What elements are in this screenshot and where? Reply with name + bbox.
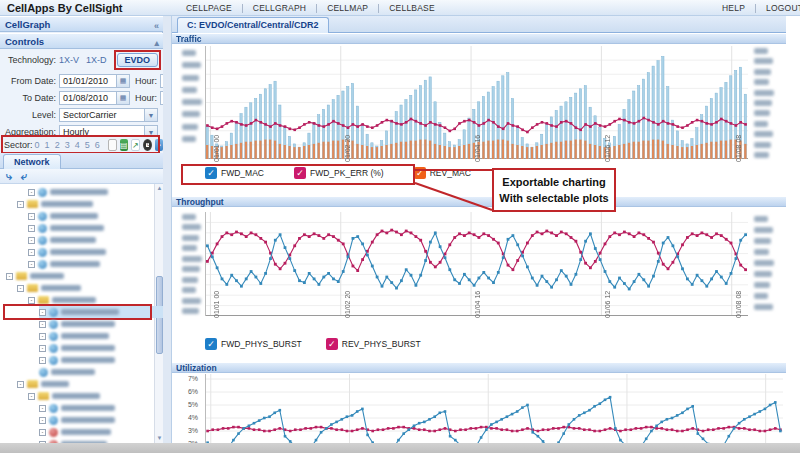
- tree-item[interactable]: -: [28, 294, 96, 306]
- sector-4[interactable]: 4: [75, 140, 80, 150]
- tree-item[interactable]: -: [28, 234, 96, 246]
- sector-2[interactable]: 2: [55, 140, 60, 150]
- tree-expander-icon[interactable]: -: [6, 273, 13, 280]
- tree-item[interactable]: -: [28, 390, 100, 402]
- legend-checkbox-icon[interactable]: ✓: [326, 338, 338, 350]
- globe-icon: [49, 404, 58, 413]
- nav-cellpage[interactable]: CELLPAGE: [176, 3, 242, 13]
- tree-item[interactable]: -: [17, 282, 81, 294]
- legend-item: ✓FWD_PHYS_BURST: [205, 338, 302, 350]
- select-all-checkbox-icon[interactable]: [108, 139, 117, 151]
- legend-checkbox-icon[interactable]: ✓: [294, 167, 306, 179]
- tree-expander-icon[interactable]: -: [28, 261, 35, 268]
- tree-item[interactable]: -: [17, 378, 69, 390]
- tree-item[interactable]: -: [39, 342, 115, 354]
- panel-splitter[interactable]: [163, 16, 172, 443]
- export-chart-icon[interactable]: ↗: [131, 139, 140, 151]
- nav-cellgraph[interactable]: CELLGRAPH: [243, 3, 316, 13]
- tab-evdo-cdr2[interactable]: C: EVDO/Central/Central/CDR2: [177, 17, 329, 33]
- tree-item[interactable]: [39, 366, 95, 378]
- tree-expander-icon[interactable]: -: [28, 237, 35, 244]
- tree-item[interactable]: -: [39, 414, 115, 426]
- level-select[interactable]: SectorCarrier: [59, 108, 145, 122]
- tree-expander-icon[interactable]: -: [17, 285, 24, 292]
- x-axis-tick-label: 01/04 16: [474, 291, 481, 318]
- tree-expander-icon[interactable]: -: [28, 393, 35, 400]
- tree-item[interactable]: -: [39, 330, 109, 342]
- tree-expander-icon[interactable]: -: [39, 417, 46, 424]
- blurred-axis-label: [182, 298, 201, 304]
- tree-item[interactable]: -: [28, 246, 106, 258]
- technology-option-1xv[interactable]: 1X-V: [59, 55, 79, 65]
- cellgraph-panel-header[interactable]: CellGraph «: [0, 16, 163, 32]
- nav-logout[interactable]: LOGOUT: [756, 3, 800, 13]
- blurred-tree-label: [50, 189, 108, 195]
- sector-3[interactable]: 3: [65, 140, 70, 150]
- nav-cellbase[interactable]: CELLBASE: [379, 3, 445, 13]
- scroll-down-icon[interactable]: ▼: [155, 434, 163, 443]
- tree-item[interactable]: -: [39, 402, 115, 414]
- calendar-icon[interactable]: ▦: [117, 91, 130, 105]
- tree-item[interactable]: -: [39, 426, 111, 438]
- blurred-tree-label: [41, 201, 93, 207]
- schedule-clock-icon[interactable]: ◷: [143, 139, 152, 151]
- tree-item[interactable]: -: [28, 258, 100, 270]
- refresh-chart-icon[interactable]: ◔: [155, 139, 163, 151]
- sector-6[interactable]: 6: [95, 140, 100, 150]
- tree-item[interactable]: -: [28, 222, 104, 234]
- controls-panel-header[interactable]: Controls ▴: [0, 33, 163, 49]
- tree-expander-icon[interactable]: -: [28, 225, 35, 232]
- tree-item[interactable]: -: [6, 270, 64, 282]
- tree-expander-icon[interactable]: -: [39, 345, 46, 352]
- sector-1[interactable]: 1: [45, 140, 50, 150]
- legend-item: ✓REV_MAC: [414, 167, 471, 179]
- blurred-axis-label: [754, 142, 771, 148]
- tree-expander-icon[interactable]: -: [39, 321, 46, 328]
- to-date-input[interactable]: 01/08/2010: [59, 91, 117, 105]
- tree-expander-icon[interactable]: -: [39, 309, 46, 316]
- tree-expander-icon[interactable]: -: [39, 405, 46, 412]
- tree-expander-icon[interactable]: -: [39, 357, 46, 364]
- legend-checkbox-icon[interactable]: ✓: [205, 338, 217, 350]
- chevron-down-icon[interactable]: ▼: [145, 108, 158, 122]
- legend-checkbox-icon[interactable]: ✓: [205, 167, 217, 179]
- tree-item[interactable]: -: [39, 354, 115, 366]
- folder-icon: [27, 200, 38, 208]
- tree-item[interactable]: -: [17, 198, 93, 210]
- legend-checkbox-icon[interactable]: ✓: [414, 167, 426, 179]
- sector-5[interactable]: 5: [85, 140, 90, 150]
- nav-help[interactable]: HELP: [712, 3, 755, 13]
- sector-0[interactable]: 0: [35, 140, 40, 150]
- section-header-throughput: Throughput: [172, 196, 786, 207]
- tree-item[interactable]: -: [39, 306, 163, 318]
- tree-item[interactable]: -: [39, 318, 115, 330]
- calendar-icon[interactable]: ▦: [117, 74, 130, 88]
- tree-item[interactable]: -: [28, 210, 98, 222]
- from-date-input[interactable]: 01/01/2010: [59, 74, 117, 88]
- tree-expander-icon[interactable]: -: [28, 297, 35, 304]
- blurred-tree-label: [52, 393, 100, 399]
- tree-expander-icon[interactable]: -: [17, 201, 24, 208]
- technology-option-evdo[interactable]: EVDO: [117, 53, 159, 67]
- expand-all-icon[interactable]: ⤷: [6, 170, 12, 183]
- bottom-edge-strip: [0, 443, 800, 453]
- tree-expander-icon[interactable]: -: [28, 189, 35, 196]
- tree-expander-icon[interactable]: -: [39, 429, 46, 436]
- collapse-left-icon[interactable]: «: [154, 19, 159, 34]
- tree-item[interactable]: -: [28, 186, 108, 198]
- scroll-up-icon[interactable]: ▲: [155, 184, 163, 193]
- tab-network[interactable]: Network: [3, 154, 61, 169]
- tree-expander-icon[interactable]: -: [39, 333, 46, 340]
- x-axis-tick-label: 01/08 08: [735, 291, 742, 318]
- throughput-legend: ✓FWD_PHYS_BURST✓REV_PHYS_BURST: [205, 338, 445, 350]
- tree-expander-icon[interactable]: -: [17, 381, 24, 388]
- globe-icon: [49, 344, 58, 353]
- export-excel-icon[interactable]: ▤: [120, 139, 128, 151]
- technology-option-1xd[interactable]: 1X-D: [86, 55, 107, 65]
- globe-icon: [39, 368, 48, 377]
- nav-cellmap[interactable]: CELLMAP: [317, 3, 378, 13]
- tree-expander-icon[interactable]: -: [28, 249, 35, 256]
- tree-expander-icon[interactable]: -: [28, 213, 35, 220]
- collapse-all-icon[interactable]: ⤶: [21, 170, 27, 183]
- globe-icon: [38, 248, 47, 257]
